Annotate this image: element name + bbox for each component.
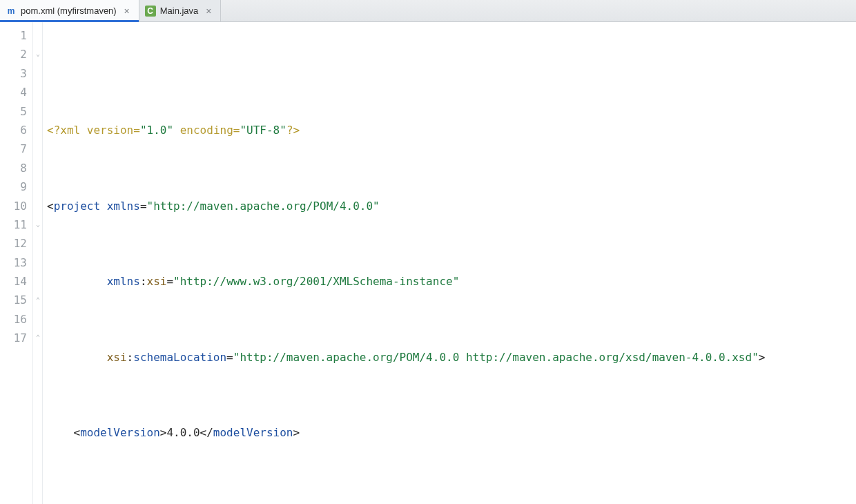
tab-label: pom.xml (myfirstmaven) xyxy=(21,6,117,16)
line-number: 2 xyxy=(0,45,27,64)
line-number: 16 xyxy=(0,310,27,329)
line-number: 14 xyxy=(0,272,27,291)
line-number: 10 xyxy=(0,197,27,215)
java-class-icon: C xyxy=(145,6,156,17)
tab-pom-xml[interactable]: m pom.xml (myfirstmaven) × xyxy=(0,0,139,21)
line-number: 11 xyxy=(0,215,27,234)
line-number: 1 xyxy=(0,26,27,45)
code-editor[interactable]: 1234567891011121314151617 ⌄⌄⌃⌃ <?xml ver… xyxy=(0,22,856,504)
attr-xmlns-xsi: http://www.w3.org/2001/XMLSchema-instanc… xyxy=(180,275,453,288)
close-icon[interactable]: × xyxy=(204,6,213,16)
fold-toggle-icon[interactable]: ⌃ xyxy=(35,334,41,341)
editor-tab-bar: m pom.xml (myfirstmaven) × C Main.java × xyxy=(0,0,856,22)
fold-toggle-icon[interactable]: ⌃ xyxy=(35,297,41,304)
line-number: 9 xyxy=(0,177,27,196)
fold-toggle-icon[interactable]: ⌄ xyxy=(35,221,41,228)
model-version: 4.0.0 xyxy=(166,426,200,439)
attr-schema-location: http://maven.apache.org/POM/4.0.0 http:/… xyxy=(240,351,752,364)
line-number-gutter: 1234567891011121314151617 xyxy=(0,22,33,504)
line-number: 17 xyxy=(0,329,27,347)
line-number: 3 xyxy=(0,64,27,83)
code-content[interactable]: <?xml version="1.0" encoding="UTF-8"?> <… xyxy=(43,22,856,504)
line-number: 4 xyxy=(0,83,27,101)
line-number: 7 xyxy=(0,139,27,158)
xml-version: 1.0 xyxy=(147,124,167,137)
line-number: 15 xyxy=(0,291,27,309)
xml-encoding: UTF-8 xyxy=(246,124,280,137)
tab-main-java[interactable]: C Main.java × xyxy=(139,0,222,21)
close-icon[interactable]: × xyxy=(122,6,132,16)
fold-gutter: ⌄⌄⌃⌃ xyxy=(33,22,43,504)
line-number: 12 xyxy=(0,234,27,253)
tab-label: Main.java xyxy=(160,6,199,16)
line-number: 6 xyxy=(0,121,27,139)
line-number: 5 xyxy=(0,102,27,121)
line-number: 8 xyxy=(0,159,27,177)
line-number: 13 xyxy=(0,253,27,272)
fold-toggle-icon[interactable]: ⌄ xyxy=(35,50,41,57)
maven-icon: m xyxy=(6,6,17,17)
attr-xmlns: http://maven.apache.org/POM/4.0.0 xyxy=(153,200,373,213)
